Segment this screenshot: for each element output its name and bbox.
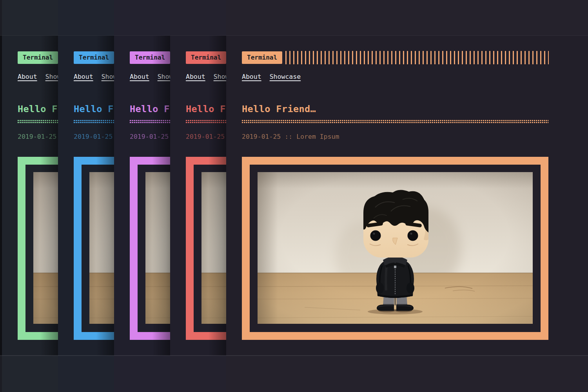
- post-image-frame: [242, 157, 548, 340]
- panel-drop-shadow: [208, 36, 226, 356]
- nav-link-about[interactable]: About: [186, 73, 205, 80]
- site-logo-badge[interactable]: Terminal: [242, 51, 282, 64]
- dot-row: [242, 120, 548, 121]
- post-category: Lorem Ipsum: [296, 133, 339, 140]
- post-meta: 2019-01-25 :: Lorem Ipsum: [242, 133, 339, 140]
- funko-figure-photo: [258, 172, 533, 324]
- nav-link-about[interactable]: About: [242, 73, 261, 80]
- post-title: Hello Friend…: [242, 103, 316, 114]
- nav-link-showcase[interactable]: Showcase: [270, 73, 301, 80]
- title-dotted-divider: [242, 120, 548, 124]
- main-menu: About Showcase: [242, 73, 301, 80]
- screenshot-panel-orange: Terminal About Showcase Hello Friend… 20…: [226, 0, 588, 392]
- theme-showcase-canvas: Terminal About Showcase Hello Friend… 20…: [0, 0, 588, 392]
- dot-row: [242, 122, 548, 123]
- nav-link-about[interactable]: About: [130, 73, 149, 80]
- header-bars-decoration: [285, 51, 549, 64]
- post-date: 2019-01-25: [242, 133, 281, 140]
- panel-drop-shadow: [152, 36, 170, 356]
- panel-drop-shadow: [40, 36, 58, 356]
- nav-link-about[interactable]: About: [74, 73, 93, 80]
- meta-separator: ::: [285, 133, 292, 140]
- nav-link-about[interactable]: About: [18, 73, 37, 80]
- page-background: Terminal About Showcase Hello Friend… 20…: [226, 0, 588, 392]
- panel-drop-shadow: [96, 36, 114, 356]
